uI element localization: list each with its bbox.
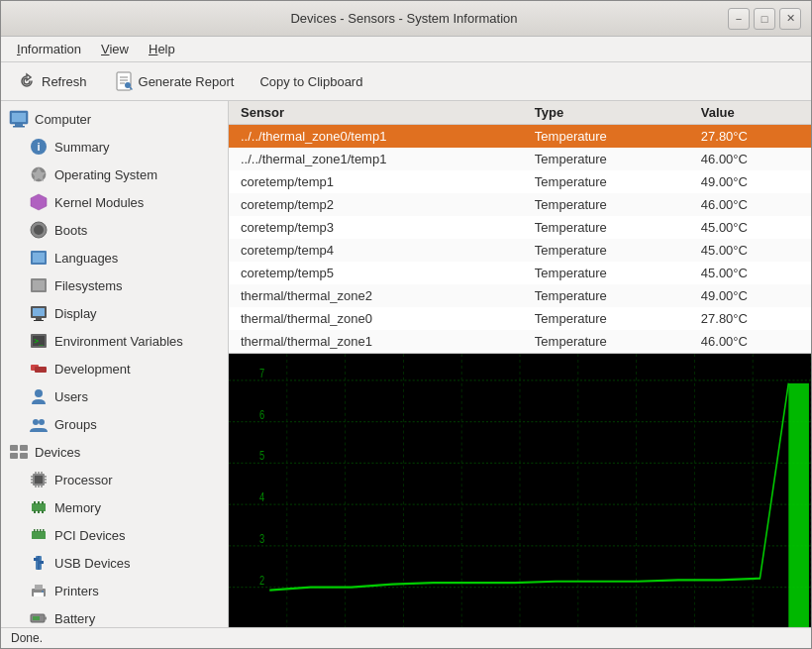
sidebar-filesystems[interactable]: Filesystems (1, 271, 228, 299)
table-row[interactable]: coretemp/temp5Temperature45.00°C (229, 262, 811, 284)
sensor-table-container[interactable]: Sensor Type Value ../../thermal_zone0/te… (229, 101, 811, 354)
sidebar-groups[interactable]: Groups (1, 410, 228, 438)
boots-label: Boots (54, 223, 87, 238)
kernel-label: Kernel Modules (54, 195, 144, 210)
table-row[interactable]: coretemp/temp3Temperature45.00°C (229, 216, 811, 239)
close-button[interactable]: ✕ (779, 8, 801, 30)
development-label: Development (54, 362, 131, 377)
svg-rect-55 (38, 510, 40, 513)
memory-icon (29, 497, 49, 517)
window-controls: − □ ✕ (728, 8, 801, 30)
groups-label: Groups (54, 417, 97, 432)
languages-label: Languages (54, 251, 118, 266)
menu-help[interactable]: Help (141, 39, 183, 59)
sidebar-operating-system[interactable]: Operating System (1, 161, 228, 188)
os-label: Operating System (54, 167, 157, 182)
type-cell: Temperature (523, 239, 689, 262)
pci-icon (29, 525, 49, 545)
sensor-graph: 7 6 5 4 3 2 (229, 354, 811, 627)
sidebar-usb-devices[interactable]: USB Devices (1, 549, 228, 577)
value-cell: 27.80°C (689, 125, 811, 149)
pci-label: PCI Devices (54, 528, 126, 543)
svg-line-5 (130, 88, 132, 90)
devices-icon (9, 442, 29, 462)
sidebar-users[interactable]: Users (1, 382, 228, 410)
menu-bar: Information View Help (1, 37, 811, 62)
sidebar-display[interactable]: Display (1, 299, 228, 327)
table-row[interactable]: coretemp/temp1Temperature49.00°C (229, 170, 811, 193)
sidebar-devices-header[interactable]: Devices (1, 438, 228, 466)
minimize-button[interactable]: − (728, 8, 750, 30)
svg-rect-19 (33, 280, 45, 290)
svg-rect-61 (43, 529, 45, 532)
sidebar-kernel-modules[interactable]: Kernel Modules (1, 188, 228, 216)
sidebar-boots[interactable]: Boots (1, 216, 228, 244)
svg-rect-59 (37, 529, 39, 532)
sidebar-computer-header[interactable]: Computer (1, 105, 228, 133)
sidebar-environment-variables[interactable]: >_ Environment Variables (1, 327, 228, 355)
sidebar-printers[interactable]: Printers (1, 577, 228, 604)
table-row[interactable]: thermal/thermal_zone2Temperature49.00°C (229, 284, 811, 307)
sidebar-battery[interactable]: Battery (1, 604, 228, 627)
table-row[interactable]: coretemp/temp4Temperature45.00°C (229, 239, 811, 262)
toolbar: Refresh Generate Report Copy to Clipboar… (1, 62, 811, 101)
sensor-cell: ../../thermal_zone0/temp1 (229, 125, 523, 149)
sidebar-development[interactable]: Development (1, 355, 228, 382)
refresh-button[interactable]: Refresh (9, 66, 94, 96)
maximize-button[interactable]: □ (754, 8, 775, 30)
sidebar-memory[interactable]: Memory (1, 493, 228, 521)
sensor-cell: coretemp/temp3 (229, 216, 523, 239)
svg-rect-34 (10, 453, 18, 459)
users-label: Users (54, 389, 88, 404)
sidebar-summary[interactable]: i Summary (1, 133, 228, 161)
computer-icon (9, 109, 29, 129)
svg-rect-68 (34, 593, 44, 596)
sensor-cell: thermal/thermal_zone2 (229, 284, 523, 307)
table-row[interactable]: thermal/thermal_zone0Temperature27.80°C (229, 307, 811, 330)
svg-rect-22 (36, 318, 42, 320)
memory-label: Memory (54, 500, 101, 515)
os-icon (29, 164, 49, 184)
status-bar: Done. (1, 627, 811, 648)
sidebar-pci-devices[interactable]: PCI Devices (1, 521, 228, 549)
svg-text:2: 2 (259, 573, 264, 587)
sensor-cell: coretemp/temp2 (229, 193, 523, 216)
menu-information[interactable]: Information (9, 39, 89, 59)
table-row[interactable]: ../../thermal_zone1/temp1Temperature46.0… (229, 148, 811, 170)
svg-text:3: 3 (259, 531, 264, 545)
main-window: Devices - Sensors - System Information −… (0, 0, 812, 649)
svg-rect-21 (33, 308, 45, 316)
value-cell: 46.00°C (689, 330, 811, 353)
col-type: Type (523, 101, 689, 125)
sidebar-languages[interactable]: Languages (1, 244, 228, 271)
copy-button[interactable]: Copy to Clipboard (253, 70, 369, 93)
printers-label: Printers (54, 584, 99, 598)
table-row[interactable]: ../../thermal_zone0/temp1Temperature27.8… (229, 125, 811, 149)
svg-rect-72 (33, 616, 40, 620)
menu-view[interactable]: View (93, 39, 137, 59)
type-cell: Temperature (523, 193, 689, 216)
svg-rect-7 (12, 113, 26, 122)
value-cell: 45.00°C (689, 262, 811, 284)
main-content: Computer i Summary Oper (1, 101, 811, 627)
value-cell: 45.00°C (689, 216, 811, 239)
generate-report-label: Generate Report (139, 74, 235, 89)
processor-icon (29, 470, 49, 489)
svg-rect-54 (34, 510, 36, 513)
sidebar-processor[interactable]: Processor (1, 466, 228, 493)
type-cell: Temperature (523, 330, 689, 353)
table-row[interactable]: coretemp/temp2Temperature46.00°C (229, 193, 811, 216)
svg-text:i: i (37, 141, 40, 153)
value-cell: 27.80°C (689, 307, 811, 330)
svg-point-30 (33, 419, 39, 425)
generate-report-button[interactable]: Generate Report (106, 66, 242, 96)
svg-rect-51 (34, 501, 36, 504)
refresh-label: Refresh (42, 74, 87, 89)
svg-rect-32 (10, 445, 18, 451)
svg-rect-106 (788, 383, 809, 627)
env-icon: >_ (29, 331, 49, 351)
sensor-table: Sensor Type Value ../../thermal_zone0/te… (229, 101, 811, 353)
filesystems-label: Filesystems (54, 278, 123, 293)
table-row[interactable]: thermal/thermal_zone1Temperature46.00°C (229, 330, 811, 353)
sensor-cell: thermal/thermal_zone0 (229, 307, 523, 330)
